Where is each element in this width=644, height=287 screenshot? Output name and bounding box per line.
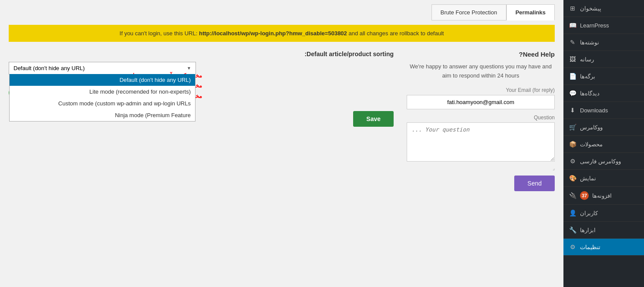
email-label: (Your Email (for reply	[407, 87, 555, 93]
sidebar-item--------[interactable]: ابزارها🔧	[563, 222, 644, 239]
sidebar-item-label: ابزارها	[580, 227, 596, 233]
sidebar-item-icon: 👤	[569, 209, 577, 217]
send-button[interactable]: Send	[514, 176, 555, 191]
sidebar-item-icon: ✎	[569, 38, 577, 46]
sidebar-item-label: ووکامرس فارسی	[580, 158, 621, 165]
sidebar-item-label: LearnPress	[580, 22, 609, 29]
sidebar-item-label: نمایش	[580, 175, 596, 182]
sidebar-item-label: Downloads	[580, 107, 608, 114]
dropdown-item-lite[interactable]: Lite mode (recomended for non-experts)	[10, 86, 195, 98]
section-title: Default article/product sorting:	[9, 51, 394, 57]
tab-permalinks[interactable]: Permalinks	[506, 4, 555, 20]
sidebar-item-label: افزونه‌ها	[592, 192, 612, 199]
sidebar-item-label: محصولات	[580, 141, 603, 148]
sidebar-item-icon: 📄	[569, 72, 577, 80]
resize-handle: ⌟	[407, 165, 555, 171]
sidebar-item-icon: 🛒	[569, 123, 577, 131]
dropdown-item-ninja[interactable]: Ninja mode (Premium Feature	[10, 109, 195, 121]
sidebar-item------[interactable]: نمایش🎨	[563, 170, 644, 187]
sidebar-item--------[interactable]: برگه‌ها📄	[563, 68, 644, 85]
sidebar-item-icon: 🖼	[569, 55, 577, 63]
sidebar-item-icon: 📖	[569, 21, 577, 29]
sidebar-item-icon: 🎨	[569, 174, 577, 182]
sidebar-item--------[interactable]: کاربران👤	[563, 205, 644, 222]
dropdown-selected-text: Default (don't hide any URL)	[13, 65, 85, 71]
sidebar-item-LearnPress[interactable]: LearnPress📖	[563, 17, 644, 34]
sidebar-item-label: برگه‌ها	[580, 73, 595, 80]
warning-banner: If you can't login, use this URL: http:/…	[9, 25, 555, 42]
warning-url: http://localhost/wp/wp-login.php?hmw_dis…	[199, 30, 347, 37]
dropdown-list: Default (don't hide any URL) Lite mode (…	[9, 74, 196, 122]
dropdown-item-default[interactable]: Default (don't hide any URL)	[10, 74, 195, 86]
sidebar-item--------[interactable]: ووکامرس🛒	[563, 119, 644, 136]
sidebar-item-label: تنظیمات	[580, 244, 600, 250]
sidebar-item-icon: 🔧	[569, 226, 577, 234]
question-label: Question	[407, 115, 555, 121]
sidebar-item-icon: 🔌	[569, 192, 577, 199]
sidebar: پیشخوان⊞LearnPress📖نوشته‌ها✎رسانه🖼برگه‌ه…	[563, 0, 644, 287]
sidebar-item-Downloads[interactable]: Downloads⬇	[563, 102, 644, 119]
sidebar-item----------[interactable]: افزونه‌ها37🔌	[563, 187, 644, 205]
sidebar-item-label: ووکامرس	[580, 124, 603, 131]
help-text: We're happy to answer any questions you …	[407, 62, 555, 81]
sidebar-item-label: رسانه	[580, 56, 594, 63]
sidebar-item-icon: 📦	[569, 140, 577, 148]
sidebar-item--------[interactable]: تنظیمات⚙	[563, 239, 644, 256]
warning-prefix: If you can't login, use this URL:	[120, 30, 198, 37]
tabs-bar: Brute Force Protection Permalinks	[0, 0, 563, 20]
sidebar-item----------[interactable]: دیدگاه‌ها💬	[563, 85, 644, 102]
dropdown-area: ▼ Default (don't hide any URL) Default (…	[9, 62, 394, 74]
email-input[interactable]	[407, 95, 555, 109]
tab-brute-force[interactable]: Brute Force Protection	[432, 4, 506, 20]
sidebar-item---------[interactable]: نوشته‌ها✎	[563, 34, 644, 51]
chevron-down-icon: ▼	[187, 66, 191, 71]
sidebar-item-label: نوشته‌ها	[580, 39, 599, 46]
resize-icon: ⌟	[553, 165, 555, 171]
sidebar-item-icon: 💬	[569, 89, 577, 97]
sidebar-item-label: دیدگاه‌ها	[580, 90, 600, 97]
left-panel: Default article/product sorting: ▼ Defau…	[9, 51, 394, 191]
question-textarea[interactable]	[407, 122, 555, 162]
sidebar-item------[interactable]: رسانه🖼	[563, 51, 644, 68]
dropdown-item-custom[interactable]: Custom mode (custom wp-admin and wp-logi…	[10, 98, 195, 109]
sidebar-item-icon: ⊞	[569, 4, 577, 12]
warning-suffix: and all changes are rollback to default	[348, 30, 444, 37]
sidebar-item-icon: ⚙	[569, 243, 577, 251]
sidebar-item--------[interactable]: محصولات📦	[563, 136, 644, 153]
sidebar-item--------------[interactable]: ووکامرس فارسی⚙	[563, 153, 644, 170]
save-button[interactable]: Save	[353, 111, 394, 127]
sidebar-item-icon: ⬇	[569, 106, 577, 114]
sidebar-item-label: کاربران	[580, 210, 598, 216]
sidebar-badge: 37	[580, 191, 589, 200]
sidebar-item-icon: ⚙	[569, 157, 577, 165]
right-panel: Need Help? We're happy to answer any que…	[407, 51, 555, 191]
sidebar-item--------[interactable]: پیشخوان⊞	[563, 0, 644, 17]
help-title: Need Help?	[407, 51, 555, 58]
sidebar-item-label: پیشخوان	[580, 5, 601, 12]
